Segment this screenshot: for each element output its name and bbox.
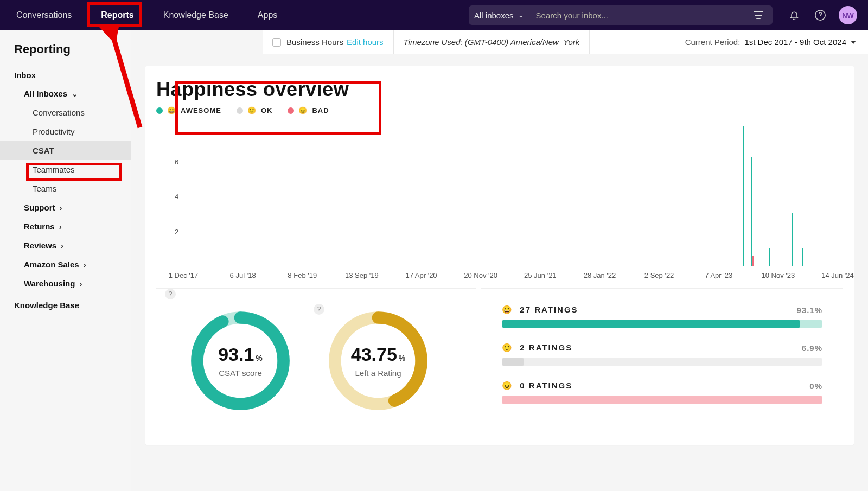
- chart-bar: [769, 248, 770, 266]
- x-tick: 7 Apr '23: [705, 271, 732, 279]
- sidebar: Reporting Inbox All Inboxes Conversation…: [0, 30, 131, 491]
- sidebar-all-inboxes[interactable]: All Inboxes: [0, 84, 131, 103]
- chevron-right-icon: [84, 260, 86, 269]
- donut-panel: ? 93.1% CSAT score ?: [156, 288, 476, 439]
- sidebar-link-productivity[interactable]: Productivity: [0, 122, 131, 141]
- legend-dot: [156, 107, 163, 114]
- rating-bar: [502, 320, 822, 328]
- main: Business Hours Edit hours Timezone Used:…: [131, 30, 868, 445]
- period-selector[interactable]: Current Period: 1st Dec 2017 - 9th Oct 2…: [673, 37, 868, 47]
- x-tick: 14 Jun '24: [821, 271, 854, 279]
- legend-ok: 🙂 OK: [237, 106, 273, 114]
- period-value: 1st Dec 2017 - 9th Oct 2024: [744, 37, 846, 47]
- rating-row: 😀 27 RATINGS93.1%: [502, 305, 822, 328]
- x-tick: 8 Feb '19: [288, 271, 317, 279]
- x-tick: 13 Sep '19: [345, 271, 379, 279]
- x-tick: 25 Jun '21: [524, 271, 557, 279]
- legend-bad: 😠 BAD: [288, 106, 329, 114]
- bell-icon[interactable]: [787, 8, 802, 23]
- business-hours-label: Business Hours: [286, 37, 343, 47]
- chevron-right-icon: [59, 222, 62, 231]
- sidebar-link-teams[interactable]: Teams: [0, 179, 131, 198]
- rating-label: 😀 27 RATINGS: [502, 305, 578, 315]
- chevron-right-icon: [61, 241, 63, 250]
- rating-label: 😠 0 RATINGS: [502, 381, 572, 391]
- rating-row: 😠 0 RATINGS0%: [502, 381, 822, 404]
- sidebar-section-kb[interactable]: Knowledge Base: [0, 293, 131, 314]
- x-tick: 10 Nov '23: [761, 271, 795, 279]
- chevron-down-icon: ⌄: [518, 11, 524, 19]
- inbox-selector[interactable]: All inboxes ⌄: [474, 11, 529, 20]
- x-tick: 2 Sep '22: [644, 271, 674, 279]
- search-bar: All inboxes ⌄: [469, 5, 773, 25]
- rating-bar: [502, 396, 822, 404]
- chart-bar: [751, 157, 752, 266]
- y-tick: 6: [175, 157, 178, 165]
- secondary-bar: Business Hours Edit hours Timezone Used:…: [263, 30, 868, 54]
- sidebar-link-teammates[interactable]: Teammates: [0, 160, 131, 179]
- rating-pct: 93.1%: [796, 305, 822, 315]
- rating-label: 🙂 2 RATINGS: [502, 343, 572, 353]
- chevron-right-icon: [79, 279, 82, 288]
- rating-pct: 6.9%: [802, 343, 822, 353]
- left-rating-value: 43.75: [351, 344, 397, 365]
- happiness-card: Happiness overview 😀 AWESOME 🙂 OK 😠 BAD: [145, 66, 854, 445]
- chart-bar: [792, 213, 793, 266]
- nav-knowledge-base[interactable]: Knowledge Base: [158, 7, 234, 23]
- nav-apps[interactable]: Apps: [252, 7, 283, 23]
- page-title: Happiness overview: [156, 78, 843, 101]
- sidebar-link-conversations[interactable]: Conversations: [0, 103, 131, 122]
- nav-reports[interactable]: Reports: [95, 7, 139, 23]
- sidebar-title: Reporting: [0, 42, 131, 66]
- chart-bar: [802, 248, 803, 266]
- x-tick: 6 Jul '18: [230, 271, 256, 279]
- rating-row: 🙂 2 RATINGS6.9%: [502, 343, 822, 366]
- search-input[interactable]: [529, 11, 750, 20]
- sidebar-group-reviews[interactable]: Reviews: [0, 236, 131, 255]
- csat-value: 93.1: [218, 344, 254, 365]
- x-tick: 28 Jan '22: [584, 271, 616, 279]
- x-tick: 17 Apr '20: [405, 271, 437, 279]
- sidebar-group-warehousing[interactable]: Warehousing: [0, 274, 131, 293]
- top-nav: Conversations Reports Knowledge Base App…: [0, 0, 868, 30]
- sidebar-link-csat[interactable]: CSAT: [0, 141, 131, 160]
- sidebar-group-amazon-sales[interactable]: Amazon Sales: [0, 255, 131, 274]
- y-tick: 4: [175, 193, 178, 201]
- x-tick: 20 Nov '20: [464, 271, 497, 279]
- edit-hours-link[interactable]: Edit hours: [347, 37, 384, 47]
- business-hours-checkbox[interactable]: [272, 38, 281, 47]
- filter-icon[interactable]: [750, 8, 767, 23]
- nav-conversations[interactable]: Conversations: [11, 7, 77, 23]
- period-label: Current Period:: [685, 37, 741, 47]
- help-icon[interactable]: ?: [165, 289, 176, 299]
- chevron-right-icon: [60, 203, 62, 212]
- legend-dot: [237, 107, 243, 114]
- sidebar-group-returns[interactable]: Returns: [0, 217, 131, 236]
- y-tick: 2: [175, 227, 178, 235]
- sidebar-group-support[interactable]: Support: [0, 198, 131, 217]
- chart-bar: [752, 256, 754, 266]
- sidebar-section-inbox: Inbox: [0, 66, 131, 84]
- dropdown-caret-icon: [851, 41, 856, 44]
- y-tick: 8: [175, 123, 178, 131]
- legend-awesome: 😀 AWESOME: [156, 106, 221, 114]
- chart-legend: 😀 AWESOME 🙂 OK 😠 BAD: [156, 106, 843, 114]
- timezone-label: Timezone Used: (GMT-0400) America/New_Yo…: [394, 30, 590, 54]
- help-icon[interactable]: [813, 8, 828, 23]
- rating-pct: 0%: [809, 381, 822, 391]
- avatar[interactable]: NW: [839, 6, 857, 24]
- happiness-chart: 24681 Dec '176 Jul '188 Feb '1913 Sep '1…: [156, 121, 843, 284]
- left-rating-label: Left a Rating: [355, 368, 401, 378]
- csat-label: CSAT score: [219, 368, 261, 378]
- legend-dot: [288, 107, 294, 114]
- rating-bar: [502, 358, 822, 366]
- inbox-selector-label: All inboxes: [474, 11, 514, 20]
- ratings-breakdown: 😀 27 RATINGS93.1%🙂 2 RATINGS6.9%😠 0 RATI…: [481, 288, 843, 439]
- chart-bar: [743, 126, 744, 266]
- x-tick: 1 Dec '17: [169, 271, 199, 279]
- chevron-down-icon: [72, 89, 78, 98]
